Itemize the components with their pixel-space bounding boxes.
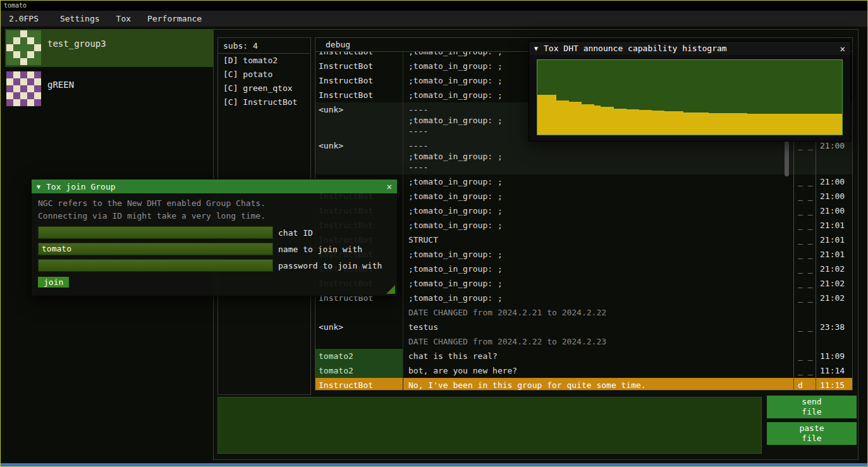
collapse-icon[interactable]: ▼ [534,45,538,52]
date-separator-row[interactable]: DATE CHANGED from 2024.2.21 to 2024.2.22 [315,305,852,320]
group-avatar [6,71,41,106]
window-titlebar[interactable]: tomato [1,1,867,11]
message-flags: _ _ [793,203,816,218]
menubar: 2.0FPSSettingsToxPerformance [1,11,867,27]
histogram-bar [829,114,836,135]
field-label: password to join with [278,261,382,270]
chat-row[interactable]: InstructBotNo, I've been in this group f… [315,378,852,390]
group-avatar [6,30,41,65]
message-flags: _ _ [793,247,816,262]
resize-handle-icon[interactable] [386,285,395,294]
histogram-bar [804,114,810,135]
histogram-bar [754,114,760,135]
histogram-bar [569,102,575,135]
member-item[interactable]: [C] potato [218,68,310,82]
histogram-bar [766,114,773,135]
member-item[interactable]: [C] green_qtox [218,82,310,95]
message-time: 11:09 [816,349,852,363]
name-field[interactable]: tomato [38,243,273,255]
histogram-bar [633,109,639,135]
chat-row[interactable]: tomato2bot, are you new here?_ _11:14 [315,363,852,378]
date-separator-row[interactable]: DATE CHANGED from 2024.2.22 to 2024.2.23 [315,334,852,349]
histogram-bar [773,114,779,135]
message-time: 21:01 [816,233,852,247]
chat-row[interactable]: <unk>----;tomato_in_group: ;----_ _21:00 [315,138,852,174]
histogram-bar [798,114,804,135]
sender-name: InstructBot [315,378,403,390]
histogram-bar [645,110,652,135]
tab-debug[interactable]: debug [315,38,357,51]
close-icon[interactable]: ✕ [387,181,392,191]
group-item-test_group3[interactable]: test_group3 [5,29,214,67]
collapse-icon[interactable]: ▼ [37,183,40,190]
message-text: ;tomato_in_group: ; [403,262,793,276]
message-time: 21:02 [816,262,852,276]
message-time: 21:02 [816,291,852,305]
histogram-bar [556,100,563,135]
close-icon[interactable]: ✕ [840,44,845,54]
group-item-gREEN[interactable]: gREEN [5,70,214,108]
field-label: chat ID [278,228,313,238]
message-text: DATE CHANGED from 2024.2.21 to 2024.2.22 [403,305,793,320]
histogram-window-titlebar[interactable]: ▼ Tox DHT announce capability histogram … [529,42,850,55]
message-flags [793,334,816,349]
histogram-bar [779,114,785,135]
histogram-chart [537,59,843,135]
paste-file-button[interactable]: paste file [767,422,857,445]
join-group-window: ▼ Tox join Group ✕ NGC refers to the New… [31,179,398,296]
join-window-titlebar[interactable]: ▼ Tox join Group ✕ [32,179,397,193]
member-item[interactable]: [C] InstructBot [218,95,310,109]
join-button[interactable]: join [38,277,69,288]
histogram-bar [608,107,614,135]
histogram-bar [836,114,842,135]
histogram-bar [601,107,607,135]
menu-item-performance[interactable]: Performance [139,11,210,27]
histogram-bar [702,112,709,135]
group-name: gREEN [47,80,74,107]
group-sidebar: test_group3gREEN [5,29,214,111]
histogram-bar [817,114,823,135]
menu-item-2-0fps[interactable]: 2.0FPS [1,11,47,27]
message-time: 21:00 [816,189,852,203]
message-text: ;tomato_in_group: ; [403,174,793,189]
window-title: tomato [4,2,27,9]
password-field[interactable] [38,259,273,272]
message-text: chat is this real? [403,349,793,363]
message-flags: d [793,378,816,390]
message-text: ;tomato_in_group: ; [403,203,793,218]
message-flags: _ _ [793,218,816,233]
send-file-button[interactable]: send file [767,396,857,418]
histogram-bar [760,114,766,135]
sender-name [315,305,403,320]
field-label: name to join with [278,245,362,254]
message-text: ;tomato_in_group: ; [403,189,793,203]
message-time: 11:14 [816,363,852,378]
message-time: 23:38 [816,320,852,334]
message-text: ;tomato_in_group: ; [403,247,793,262]
histogram-bar [810,114,817,135]
subs-count-header: subs: 4 [218,38,310,54]
chat-id-field[interactable] [38,226,273,239]
message-flags: _ _ [793,363,816,378]
message-flags: _ _ [793,233,816,247]
histogram-bar [741,113,747,135]
sender-name: InstructBot [315,52,403,59]
message-flags: _ _ [793,276,816,291]
sender-name: <unk> [315,138,403,174]
message-time: 21:00 [816,174,852,189]
histogram-bar [563,100,569,135]
message-text: bot, are you new here? [403,363,793,378]
chat-row[interactable]: tomato2chat is this real?_ _11:09 [315,349,852,363]
message-input[interactable] [217,397,762,454]
histogram-bar [823,114,829,135]
message-flags: _ _ [793,262,816,276]
join-window-body: NGC refers to the New DHT enabled Group … [32,193,397,291]
member-item[interactable]: [D] tomato2 [218,54,310,68]
menu-item-settings[interactable]: Settings [52,11,108,27]
sender-name: InstructBot [315,73,403,88]
member-list: [D] tomato2[C] potato[C] green_qtox[C] I… [218,54,310,109]
histogram-bar [544,95,550,135]
menu-item-tox[interactable]: Tox [108,11,139,27]
chat-row[interactable]: <unk>testus_ _23:38 [315,320,852,334]
message-time: 11:15 [816,378,852,390]
